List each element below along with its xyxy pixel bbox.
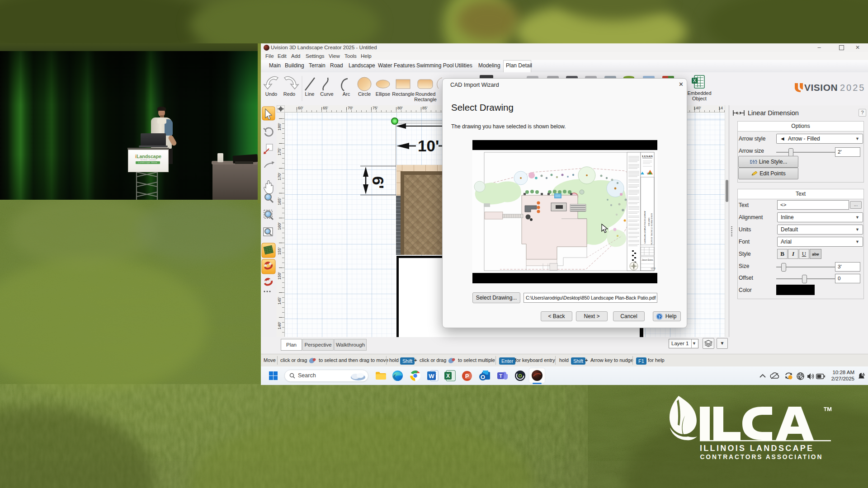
svg-text:?: ? <box>658 314 660 319</box>
svg-text:8203 E REECE CT, BOISE, ID 837: 8203 E REECE CT, BOISE, ID 83716 <box>651 213 653 245</box>
svg-text:L2.0: L2.0 <box>651 267 656 270</box>
svg-text:AVIMOR DEVELOPMENT PARTNERS: AVIMOR DEVELOPMENT PARTNERS <box>644 211 646 244</box>
svg-text:10': 10' <box>418 137 439 155</box>
svg-text:P: P <box>465 373 469 380</box>
svg-text:Jason Estes: Jason Estes <box>642 259 653 261</box>
svg-text:UNIT 850: UNIT 850 <box>648 218 650 226</box>
svg-text:ILLINOIS LANDSCAPE: ILLINOIS LANDSCAPE <box>700 444 814 453</box>
svg-text:X: X <box>446 373 450 379</box>
svg-text:LUSAN: LUSAN <box>642 155 653 158</box>
svg-text:CONTRACTORS ASSOCIATION: CONTRACTORS ASSOCIATION <box>700 454 823 460</box>
svg-text:VISION: VISION <box>804 82 838 93</box>
svg-text:O: O <box>481 374 485 380</box>
svg-text:2025: 2025 <box>840 83 866 93</box>
svg-text:6': 6' <box>369 176 387 189</box>
svg-text:X: X <box>693 78 697 83</box>
svg-text:T: T <box>499 373 502 379</box>
svg-text:W: W <box>429 373 434 380</box>
